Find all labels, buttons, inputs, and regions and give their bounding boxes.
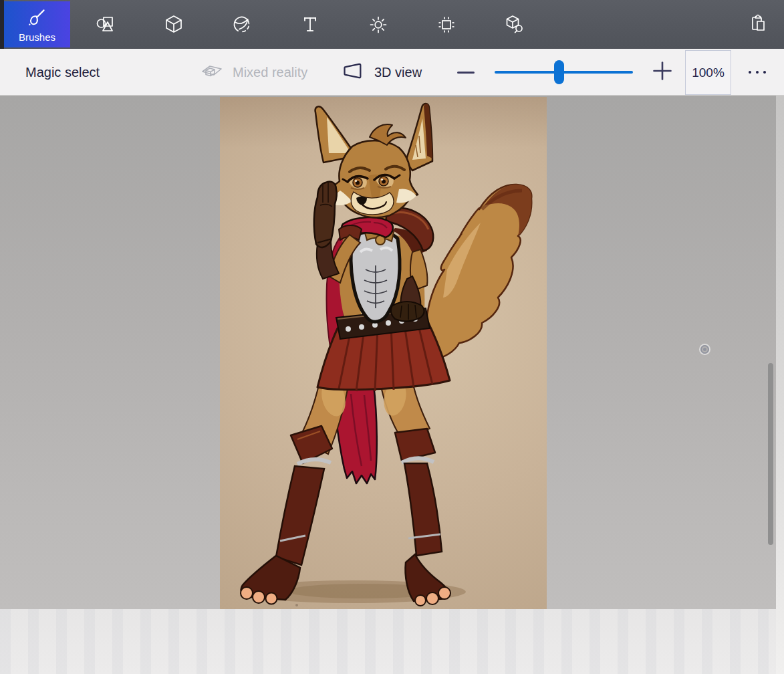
- text-icon: [299, 14, 321, 35]
- tab-2d-shapes[interactable]: [87, 0, 124, 49]
- paste-button[interactable]: [739, 0, 776, 49]
- options-toolbar: Magic select Mixed reality 3D view: [0, 49, 784, 96]
- workspace-lower-strip: [0, 609, 784, 674]
- fox-left-leg: [241, 372, 350, 604]
- more-options-button[interactable]: [741, 49, 774, 96]
- 3d-library-icon: [504, 14, 525, 35]
- zoom-value-button[interactable]: 100%: [685, 50, 731, 95]
- tab-stickers[interactable]: [223, 0, 261, 49]
- zoom-in-button[interactable]: [652, 49, 673, 96]
- scrollbar-thumb[interactable]: [768, 363, 773, 545]
- 3d-view-label: 3D view: [374, 65, 422, 80]
- effects-icon: [368, 14, 389, 35]
- fox-right-leg: [379, 374, 450, 606]
- top-toolbar: Brushes: [0, 0, 784, 49]
- tab-3d-shapes[interactable]: [155, 0, 192, 49]
- 2d-shapes-icon: [95, 14, 116, 35]
- tab-canvas[interactable]: [428, 0, 465, 49]
- tab-text[interactable]: [291, 0, 329, 49]
- magic-select-label: Magic select: [25, 65, 100, 80]
- plus-icon: [652, 60, 673, 84]
- fox-tail: [426, 185, 531, 362]
- mixed-reality-label: Mixed reality: [233, 65, 307, 80]
- mixed-reality-icon: [201, 62, 223, 82]
- 3d-shapes-icon: [163, 14, 184, 35]
- canvas-image[interactable]: [220, 97, 547, 609]
- zoom-value: 100%: [692, 66, 725, 80]
- paste-icon: [747, 13, 768, 37]
- zoom-out-button[interactable]: [456, 49, 475, 96]
- tab-brushes[interactable]: Brushes: [4, 1, 70, 47]
- paint3d-window: { "toolbar": { "background_color": "#555…: [0, 0, 784, 674]
- zoom-slider[interactable]: [495, 49, 633, 96]
- stickers-icon: [231, 14, 253, 35]
- magic-select-button[interactable]: Magic select: [25, 49, 100, 96]
- brush-cursor: [700, 345, 709, 354]
- tab-effects[interactable]: [360, 0, 397, 49]
- tab-3d-library[interactable]: [496, 0, 533, 49]
- mixed-reality-button[interactable]: Mixed reality: [201, 49, 307, 96]
- tab-brushes-label: Brushes: [19, 31, 55, 43]
- zoom-slider-thumb[interactable]: [554, 60, 564, 84]
- 3d-view-icon: [342, 62, 364, 83]
- brush-icon: [26, 6, 49, 29]
- fox-warrior-illustration: [220, 97, 547, 609]
- 3d-view-button[interactable]: 3D view: [342, 49, 422, 96]
- minus-icon: [457, 72, 475, 74]
- scrollbar-track[interactable]: [776, 96, 784, 674]
- ellipsis-icon: [749, 71, 751, 74]
- canvas-icon: [436, 14, 457, 35]
